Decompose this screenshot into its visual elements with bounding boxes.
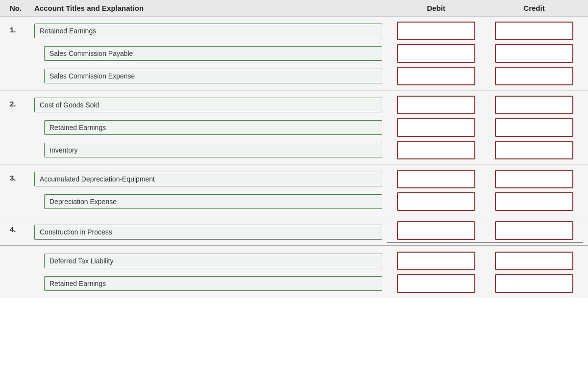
debit-input-4-1[interactable] [397, 252, 475, 270]
debit-input-1-2[interactable] [397, 67, 475, 85]
account-field[interactable] [44, 254, 382, 268]
credit-input-2-0[interactable] [495, 96, 573, 114]
account-field[interactable] [34, 172, 382, 186]
debit-input-4-0[interactable] [397, 221, 475, 240]
credit-input-3-1[interactable] [495, 192, 573, 211]
account-field[interactable] [44, 276, 382, 291]
section-3: 3. [0, 165, 588, 216]
account-field[interactable] [44, 120, 382, 135]
debit-input-2-2[interactable] [397, 141, 475, 159]
section-number-3: 3. [0, 170, 34, 182]
account-field[interactable] [44, 46, 382, 61]
table-header: No. Account Titles and Explanation Debit… [0, 0, 588, 17]
account-field[interactable] [44, 194, 382, 209]
section-1: 1. [0, 17, 588, 91]
account-field[interactable] [34, 24, 382, 38]
account-field[interactable] [34, 98, 382, 112]
credit-input-4-2[interactable] [495, 274, 573, 293]
header-debit: Debit [387, 4, 485, 12]
section-number-2: 2. [0, 96, 34, 108]
debit-input-4-2[interactable] [397, 274, 475, 293]
section-4: 4. [0, 216, 588, 298]
account-field[interactable] [34, 225, 382, 240]
credit-input-1-0[interactable] [495, 22, 573, 40]
debit-input-2-0[interactable] [397, 96, 475, 114]
account-field[interactable] [44, 69, 382, 83]
credit-input-1-1[interactable] [495, 44, 573, 63]
header-title: Account Titles and Explanation [34, 4, 387, 12]
debit-input-3-1[interactable] [397, 192, 475, 211]
debit-input-2-1[interactable] [397, 118, 475, 137]
credit-input-3-0[interactable] [495, 170, 573, 188]
debit-input-3-0[interactable] [397, 170, 475, 188]
journal-table: No. Account Titles and Explanation Debit… [0, 0, 588, 298]
header-no: No. [0, 4, 34, 12]
header-credit: Credit [485, 4, 583, 12]
credit-input-2-1[interactable] [495, 118, 573, 137]
section-number-4: 4. [0, 221, 34, 233]
section-number-1: 1. [0, 22, 34, 34]
account-field[interactable] [44, 143, 382, 157]
section-2: 2. [0, 91, 588, 165]
debit-input-1-0[interactable] [397, 22, 475, 40]
credit-input-1-2[interactable] [495, 67, 573, 85]
credit-input-4-0[interactable] [495, 221, 573, 240]
credit-input-4-1[interactable] [495, 252, 573, 270]
credit-input-2-2[interactable] [495, 141, 573, 159]
debit-input-1-1[interactable] [397, 44, 475, 63]
